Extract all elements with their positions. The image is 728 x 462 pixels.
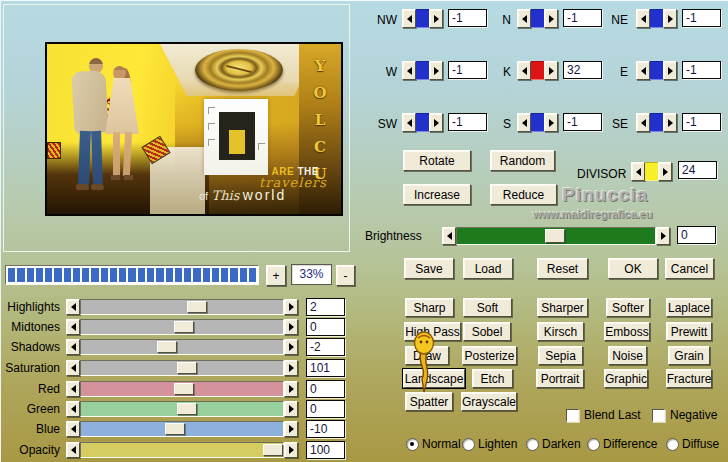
matrix-spinner-s[interactable] xyxy=(517,113,558,132)
slider-thumb[interactable] xyxy=(157,341,177,353)
matrix-spinner-n[interactable] xyxy=(517,9,558,28)
arrow-right-button[interactable] xyxy=(284,299,298,315)
value-green[interactable]: 0 xyxy=(306,400,345,418)
preset-etch-button[interactable]: Etch xyxy=(472,369,513,388)
slider-thumb[interactable] xyxy=(263,444,283,456)
preset-emboss-button[interactable]: Emboss xyxy=(604,322,650,341)
matrix-spinner-sw[interactable] xyxy=(402,113,443,132)
arrow-left-button[interactable] xyxy=(402,61,416,80)
slider-thumb[interactable] xyxy=(165,423,185,435)
slider-opacity[interactable] xyxy=(66,442,298,458)
slider-green[interactable] xyxy=(66,401,298,417)
slider-midtones[interactable] xyxy=(66,319,298,335)
arrow-right-button[interactable] xyxy=(284,401,298,417)
arrow-left-button[interactable] xyxy=(517,113,531,132)
zoom-in-button[interactable]: + xyxy=(266,265,286,286)
value-highlights[interactable]: 2 xyxy=(306,298,345,316)
value-midtones[interactable]: 0 xyxy=(306,318,345,336)
preset-sobel-button[interactable]: Sobel xyxy=(463,322,511,341)
arrow-left-button[interactable] xyxy=(631,162,645,181)
preset-soft-button[interactable]: Soft xyxy=(463,298,512,317)
arrow-left-button[interactable] xyxy=(636,113,650,132)
arrow-right-button[interactable] xyxy=(284,381,298,397)
value-saturation[interactable]: 101 xyxy=(306,359,345,377)
cancel-button[interactable]: Cancel xyxy=(665,258,714,279)
arrow-left-button[interactable] xyxy=(66,360,80,376)
arrow-left-button[interactable] xyxy=(66,299,80,315)
value-blue[interactable]: -10 xyxy=(306,420,345,438)
slider-saturation[interactable] xyxy=(66,360,298,376)
slider-thumb[interactable] xyxy=(174,321,194,333)
arrow-left-button[interactable] xyxy=(636,61,650,80)
arrow-right-button[interactable] xyxy=(284,421,298,437)
arrow-right-button[interactable] xyxy=(284,339,298,355)
slider-blue[interactable] xyxy=(66,421,298,437)
arrow-left-button[interactable] xyxy=(442,227,456,245)
arrow-left-button[interactable] xyxy=(66,339,80,355)
brightness-value[interactable]: 0 xyxy=(677,226,716,244)
preset-fracture-button[interactable]: Fracture xyxy=(666,369,712,388)
arrow-left-button[interactable] xyxy=(636,9,650,28)
arrow-left-button[interactable] xyxy=(66,401,80,417)
preset-portrait-button[interactable]: Portrait xyxy=(536,369,584,388)
negative-checkbox[interactable] xyxy=(652,409,665,422)
radio-diffuse[interactable] xyxy=(666,438,679,451)
arrow-right-button[interactable] xyxy=(544,9,558,28)
brightness-slider[interactable] xyxy=(442,227,670,245)
reduce-button[interactable]: Reduce xyxy=(490,184,557,205)
arrow-left-button[interactable] xyxy=(66,421,80,437)
arrow-right-button[interactable] xyxy=(663,61,677,80)
slider-shadows[interactable] xyxy=(66,339,298,355)
preset-sepia-button[interactable]: Sepia xyxy=(538,346,583,365)
slider-highlights[interactable] xyxy=(66,299,298,315)
arrow-right-button[interactable] xyxy=(429,9,443,28)
preset-sharper-button[interactable]: Sharper xyxy=(537,298,588,317)
arrow-right-button[interactable] xyxy=(284,319,298,335)
preset-sharp-button[interactable]: Sharp xyxy=(405,298,454,317)
blend-last-checkbox[interactable] xyxy=(566,409,579,422)
matrix-spinner-k[interactable] xyxy=(517,61,558,80)
rotate-button[interactable]: Rotate xyxy=(403,150,471,171)
preset-kirsch-button[interactable]: Kirsch xyxy=(537,322,584,341)
arrow-right-button[interactable] xyxy=(544,113,558,132)
slider-thumb[interactable] xyxy=(174,383,194,395)
slider-thumb[interactable] xyxy=(177,403,197,415)
slider-thumb[interactable] xyxy=(187,301,207,313)
slider-red[interactable] xyxy=(66,381,298,397)
radio-darken[interactable] xyxy=(526,438,539,451)
matrix-spinner-ne[interactable] xyxy=(636,9,677,28)
matrix-value-ne[interactable]: -1 xyxy=(682,9,721,27)
arrow-right-button[interactable] xyxy=(663,113,677,132)
arrow-left-button[interactable] xyxy=(517,9,531,28)
arrow-right-button[interactable] xyxy=(663,9,677,28)
preset-graphic-button[interactable]: Graphic xyxy=(604,369,648,388)
radio-normal[interactable] xyxy=(406,438,419,451)
reset-button[interactable]: Reset xyxy=(537,258,588,279)
arrow-left-button[interactable] xyxy=(66,381,80,397)
slider-thumb[interactable] xyxy=(545,229,565,243)
divisor-spinner[interactable] xyxy=(631,162,672,181)
arrow-right-button[interactable] xyxy=(656,227,670,245)
radio-lighten[interactable] xyxy=(462,438,475,451)
divisor-value[interactable]: 24 xyxy=(678,161,717,179)
arrow-right-button[interactable] xyxy=(658,162,672,181)
random-button[interactable]: Random xyxy=(490,150,555,171)
arrow-left-button[interactable] xyxy=(66,442,80,458)
save-button[interactable]: Save xyxy=(404,258,454,279)
matrix-value-se[interactable]: -1 xyxy=(682,113,721,131)
arrow-left-button[interactable] xyxy=(402,9,416,28)
arrow-right-button[interactable] xyxy=(284,442,298,458)
preset-softer-button[interactable]: Softer xyxy=(606,298,650,317)
arrow-right-button[interactable] xyxy=(544,61,558,80)
matrix-value-e[interactable]: -1 xyxy=(682,61,721,79)
preset-grayscale-button[interactable]: Grayscale xyxy=(461,392,517,411)
matrix-spinner-nw[interactable] xyxy=(402,9,443,28)
preset-posterize-button[interactable]: Posterize xyxy=(462,346,517,365)
matrix-spinner-se[interactable] xyxy=(636,113,677,132)
preset-grain-button[interactable]: Grain xyxy=(668,346,710,365)
preset-spatter-button[interactable]: Spatter xyxy=(405,392,453,411)
arrow-right-button[interactable] xyxy=(429,61,443,80)
slider-thumb[interactable] xyxy=(177,362,197,374)
arrow-left-button[interactable] xyxy=(402,113,416,132)
load-button[interactable]: Load xyxy=(463,258,513,279)
